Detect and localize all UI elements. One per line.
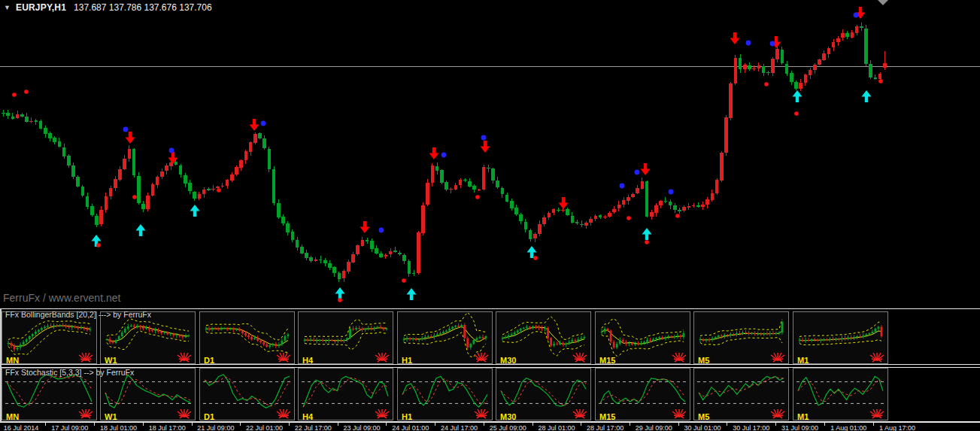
stoch-panel-h1[interactable]: H1	[397, 368, 493, 420]
time-axis-label[interactable]: 31 Jul 09:00	[781, 424, 818, 431]
candle-body	[58, 141, 62, 147]
candle-body	[627, 197, 630, 200]
candle-body	[625, 342, 627, 344]
time-axis-label[interactable]: 28 Jul 17:00	[587, 424, 623, 431]
candle-body	[275, 344, 277, 346]
timeframe-label[interactable]: MN	[6, 412, 19, 421]
candle-body	[338, 273, 341, 279]
time-axis-label[interactable]: 28 Jul 01:00	[538, 424, 575, 431]
blue-signal-dot	[746, 41, 751, 46]
candle-body	[14, 346, 16, 350]
time-axis-label[interactable]: 18 Jul 17:00	[149, 424, 186, 431]
time-axis-label[interactable]: 1 Aug 01:00	[830, 424, 866, 431]
stoch-panel-h4[interactable]: H4	[298, 368, 393, 420]
timeframe-label[interactable]: W1	[105, 412, 117, 421]
ffx-logo-icon	[374, 353, 390, 363]
axis-tick	[45, 423, 46, 426]
axis-tick	[532, 423, 533, 426]
time-axis-label[interactable]: 30 Jul 17:00	[733, 424, 769, 431]
bb-panel-h4[interactable]: H4	[298, 311, 393, 364]
candle-body	[790, 73, 793, 82]
candle-body	[83, 328, 86, 329]
candle-body	[379, 253, 383, 257]
timeframe-label[interactable]: H1	[402, 412, 412, 421]
symbol-dropdown-icon[interactable]: ▼	[4, 4, 11, 11]
candle-body	[743, 65, 747, 70]
stoch-panel-d1[interactable]: D1	[199, 368, 295, 420]
timeframe-label[interactable]: M1	[797, 412, 809, 421]
candle-body	[505, 337, 507, 338]
bb-panel-m30[interactable]: M30	[496, 311, 591, 364]
candle-body	[804, 74, 808, 83]
candle-body	[469, 344, 472, 348]
bb-panel-m5[interactable]: M5	[693, 311, 789, 364]
buy-arrow-icon	[642, 228, 652, 240]
time-axis-label[interactable]: 23 Jul 09:00	[344, 424, 381, 431]
candle-body	[505, 195, 509, 202]
red-signal-dot	[96, 243, 101, 247]
bb-panel-h1[interactable]: H1	[397, 311, 493, 364]
stoch-panel-m15[interactable]: M15	[595, 368, 690, 420]
bb-panel-mn[interactable]: MN	[2, 311, 97, 364]
candle-body	[601, 332, 603, 332]
timeframe-label[interactable]: D1	[204, 412, 214, 421]
candle-body	[278, 344, 280, 346]
main-price-chart[interactable]	[0, 0, 980, 308]
bb-panel-m15[interactable]: M15	[595, 311, 690, 364]
timeframe-label[interactable]: M5	[698, 412, 709, 421]
time-axis-label[interactable]: 16 Jul 2014	[4, 424, 39, 431]
ffx-logo-icon	[77, 353, 94, 363]
candle-body	[479, 337, 481, 338]
candle-body	[444, 182, 448, 190]
axis-tick	[630, 423, 630, 426]
timeframe-label[interactable]: H4	[302, 412, 313, 421]
bb-panel-d1[interactable]: D1	[199, 311, 295, 364]
ffx-logo-icon	[275, 353, 292, 363]
candle-body	[142, 327, 144, 329]
timeframe-label[interactable]: M15	[599, 412, 615, 421]
chart-shift-marker-icon[interactable]	[878, 0, 888, 5]
candle-body	[174, 162, 178, 165]
candle-body	[154, 330, 156, 331]
time-axis-label[interactable]: 25 Jul 09:00	[490, 424, 526, 431]
time-axis-label[interactable]: 1 Aug 17:00	[879, 424, 915, 431]
candle-body	[309, 257, 313, 261]
candle-body	[878, 74, 882, 79]
time-axis-label[interactable]: 18 Jul 01:00	[100, 424, 137, 431]
candle-body	[542, 217, 546, 224]
time-axis-label[interactable]: 17 Jul 09:00	[51, 424, 88, 431]
bb-panel-m1[interactable]: M1	[793, 311, 888, 364]
candle-body	[724, 335, 726, 336]
time-axis-label[interactable]: 30 Jul 01:00	[684, 424, 721, 431]
candle-body	[8, 343, 10, 344]
time-axis-label[interactable]: 29 Jul 09:00	[636, 424, 672, 431]
candle-body	[188, 183, 192, 191]
time-axis-label[interactable]: 22 Jul 01:00	[246, 424, 283, 431]
candle-body	[65, 326, 67, 327]
stoch-panel-m5[interactable]: M5	[693, 368, 789, 420]
stoch-panel-m1[interactable]: M1	[793, 368, 888, 420]
timeframe-label[interactable]: M30	[500, 412, 516, 421]
stoch-panel-m30[interactable]: M30	[496, 368, 591, 420]
stoch-d-line	[7, 376, 92, 405]
axis-tick	[240, 423, 241, 426]
candle-body	[529, 327, 531, 328]
candle-body	[794, 82, 798, 89]
candle-body	[90, 206, 94, 215]
candle-body	[262, 342, 265, 344]
candle-body	[851, 32, 854, 37]
bb-panel-w1[interactable]: W1	[100, 311, 196, 364]
axis-tick	[727, 423, 727, 426]
candle-body	[878, 327, 880, 329]
time-axis-label[interactable]: 24 Jul 17:00	[441, 424, 478, 431]
candle-body	[844, 338, 846, 339]
blue-signal-dot	[379, 228, 384, 233]
time-axis-label[interactable]: 21 Jul 09:00	[197, 424, 234, 431]
time-axis-label[interactable]: 22 Jul 17:00	[295, 424, 332, 431]
candle-body	[733, 334, 735, 335]
separator-line	[0, 367, 980, 368]
time-axis-label[interactable]: 24 Jul 01:00	[392, 424, 429, 431]
candle-body	[370, 328, 372, 329]
sell-arrow-icon	[641, 163, 651, 175]
candle-body	[459, 180, 463, 185]
